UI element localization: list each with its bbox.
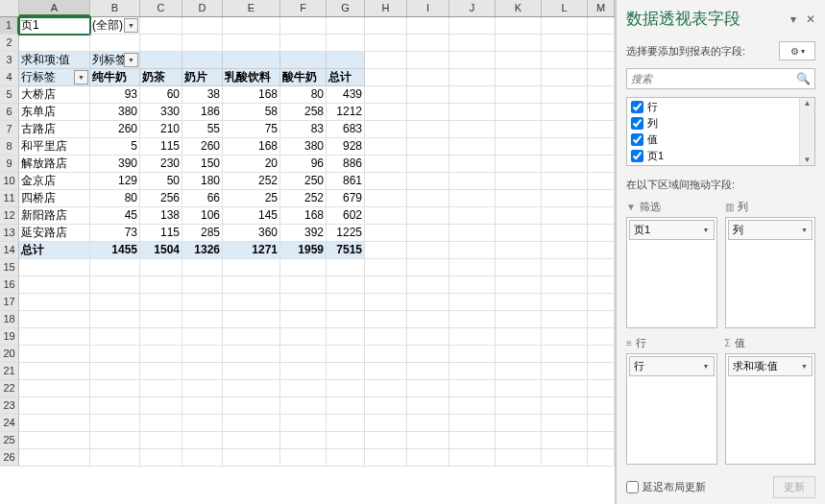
cell-A15[interactable] xyxy=(19,259,90,276)
cell-J9[interactable] xyxy=(449,156,496,173)
cell-E26[interactable] xyxy=(223,449,280,467)
cell-F8[interactable]: 380 xyxy=(280,138,327,156)
cell-E1[interactable] xyxy=(223,17,280,35)
cell-I19[interactable] xyxy=(407,328,449,346)
cell-H15[interactable] xyxy=(365,259,407,276)
field-checkbox-1[interactable] xyxy=(631,117,643,130)
cell-H13[interactable] xyxy=(365,225,407,242)
cell-D6[interactable]: 186 xyxy=(182,104,223,121)
field-checkbox-3[interactable] xyxy=(631,150,643,162)
chevron-down-icon[interactable]: ▼ xyxy=(801,363,808,370)
cell-A11[interactable]: 四桥店 xyxy=(19,190,90,207)
cell-A18[interactable] xyxy=(19,311,90,328)
cell-A13[interactable]: 延安路店 xyxy=(19,225,90,242)
cell-G7[interactable]: 683 xyxy=(327,121,365,138)
cell-A3[interactable]: 求和项:值 xyxy=(19,52,90,69)
cell-B25[interactable] xyxy=(90,432,140,449)
cell-I1[interactable] xyxy=(407,17,449,35)
cell-E19[interactable] xyxy=(223,328,280,346)
cell-C2[interactable] xyxy=(140,35,182,52)
cell-J19[interactable] xyxy=(449,328,496,346)
cell-M26[interactable] xyxy=(588,449,615,467)
chevron-down-icon[interactable]: ▼ xyxy=(801,227,808,233)
cell-D25[interactable] xyxy=(182,432,223,449)
cell-F14[interactable]: 1959 xyxy=(280,242,327,259)
cell-H22[interactable] xyxy=(365,380,407,397)
cell-J18[interactable] xyxy=(449,311,496,328)
cell-I10[interactable] xyxy=(407,173,449,190)
page-filter-dropdown[interactable] xyxy=(124,18,138,33)
column-header-F[interactable]: F xyxy=(280,0,327,16)
update-button[interactable]: 更新 xyxy=(773,476,815,498)
cell-D3[interactable] xyxy=(182,52,223,69)
cell-J17[interactable] xyxy=(449,294,496,311)
cell-G16[interactable] xyxy=(327,276,365,294)
cell-J5[interactable] xyxy=(449,86,496,104)
cell-B10[interactable]: 129 xyxy=(90,173,140,190)
cell-D11[interactable]: 66 xyxy=(182,190,223,207)
cell-H25[interactable] xyxy=(365,432,407,449)
cell-F5[interactable]: 80 xyxy=(280,86,327,104)
cell-A20[interactable] xyxy=(19,346,90,363)
cell-E17[interactable] xyxy=(223,294,280,311)
column-header-B[interactable]: B xyxy=(90,0,140,16)
cell-I16[interactable] xyxy=(407,276,449,294)
cell-K7[interactable] xyxy=(496,121,542,138)
cell-L23[interactable] xyxy=(542,397,588,415)
cell-E2[interactable] xyxy=(223,35,280,52)
cell-D16[interactable] xyxy=(182,276,223,294)
cell-K8[interactable] xyxy=(496,138,542,156)
chevron-down-icon[interactable]: ▼ xyxy=(703,227,710,233)
cell-D15[interactable] xyxy=(182,259,223,276)
cell-A19[interactable] xyxy=(19,328,90,346)
cell-B7[interactable]: 260 xyxy=(90,121,140,138)
column-header-C[interactable]: C xyxy=(140,0,182,16)
spreadsheet-grid[interactable]: ABCDEFGHIJKLM 1页1(全部)23求和项:值列标签4行标签纯牛奶奶茶… xyxy=(0,0,616,504)
column-header-H[interactable]: H xyxy=(365,0,407,16)
cell-H8[interactable] xyxy=(365,138,407,156)
cell-G2[interactable] xyxy=(327,35,365,52)
row-header-10[interactable]: 10 xyxy=(0,173,19,190)
cell-A25[interactable] xyxy=(19,432,90,449)
cell-C21[interactable] xyxy=(140,363,182,380)
cell-E12[interactable]: 145 xyxy=(223,207,280,225)
cell-F25[interactable] xyxy=(280,432,327,449)
cell-I23[interactable] xyxy=(407,397,449,415)
cell-F23[interactable] xyxy=(280,397,327,415)
cell-A23[interactable] xyxy=(19,397,90,415)
row-header-17[interactable]: 17 xyxy=(0,294,19,311)
field-search[interactable]: 🔍 xyxy=(626,68,815,89)
cell-M8[interactable] xyxy=(588,138,615,156)
cell-I18[interactable] xyxy=(407,311,449,328)
cell-C8[interactable]: 115 xyxy=(140,138,182,156)
cell-E5[interactable]: 168 xyxy=(223,86,280,104)
cell-L21[interactable] xyxy=(542,363,588,380)
cell-J4[interactable] xyxy=(449,69,496,86)
column-header-M[interactable]: M xyxy=(588,0,615,16)
cell-H17[interactable] xyxy=(365,294,407,311)
cell-B26[interactable] xyxy=(90,449,140,467)
cell-B16[interactable] xyxy=(90,276,140,294)
cell-F7[interactable]: 83 xyxy=(280,121,327,138)
cell-B6[interactable]: 380 xyxy=(90,104,140,121)
cell-E24[interactable] xyxy=(223,415,280,432)
cell-C17[interactable] xyxy=(140,294,182,311)
cell-I25[interactable] xyxy=(407,432,449,449)
row-header-22[interactable]: 22 xyxy=(0,380,19,397)
cell-I7[interactable] xyxy=(407,121,449,138)
cell-G10[interactable]: 861 xyxy=(327,173,365,190)
cell-G15[interactable] xyxy=(327,259,365,276)
rows-drop-zone[interactable]: 行▼ xyxy=(626,353,717,465)
cell-K26[interactable] xyxy=(496,449,542,467)
cell-J3[interactable] xyxy=(449,52,496,69)
cell-L16[interactable] xyxy=(542,276,588,294)
row-header-12[interactable]: 12 xyxy=(0,207,19,225)
field-item-1[interactable]: 列 xyxy=(627,115,814,132)
cell-J16[interactable] xyxy=(449,276,496,294)
cell-E13[interactable]: 360 xyxy=(223,225,280,242)
cell-G11[interactable]: 679 xyxy=(327,190,365,207)
cell-D8[interactable]: 260 xyxy=(182,138,223,156)
cell-B13[interactable]: 73 xyxy=(90,225,140,242)
cell-H1[interactable] xyxy=(365,17,407,35)
cell-A21[interactable] xyxy=(19,363,90,380)
